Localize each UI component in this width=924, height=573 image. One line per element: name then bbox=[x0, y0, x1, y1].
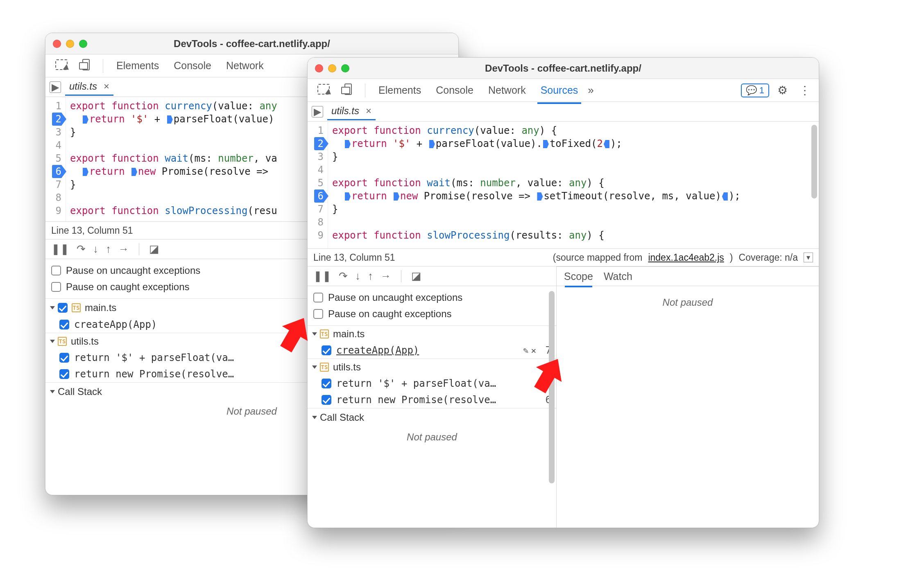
close-window-button[interactable] bbox=[315, 64, 323, 72]
tab-watch[interactable]: Watch bbox=[604, 271, 632, 282]
chevron-down-icon bbox=[312, 416, 317, 419]
tab-console[interactable]: Console bbox=[431, 82, 478, 99]
file-tab-utils[interactable]: utils.ts × bbox=[327, 103, 376, 120]
zoom-window-button[interactable] bbox=[79, 40, 87, 48]
breakpoint-item[interactable]: createApp(App)✎×7 bbox=[308, 342, 556, 359]
step-into-icon[interactable]: ↓ bbox=[93, 243, 98, 255]
line-number[interactable]: 5 bbox=[314, 176, 324, 189]
step-icon[interactable]: → bbox=[118, 243, 129, 255]
step-out-icon[interactable]: ↑ bbox=[106, 243, 111, 255]
line-number[interactable]: 4 bbox=[52, 139, 61, 152]
code-line[interactable]: } bbox=[332, 150, 815, 163]
code-line[interactable]: return '$' + parseFloat(value).toFixed(2… bbox=[332, 137, 815, 150]
file-checkbox-icon[interactable] bbox=[58, 303, 68, 313]
pause-icon[interactable]: ❚❚ bbox=[51, 243, 69, 255]
breakpoint-checkbox-icon[interactable] bbox=[322, 345, 331, 355]
code-line[interactable]: export function slowProcessing(results: … bbox=[332, 229, 815, 242]
line-number[interactable]: 8 bbox=[314, 216, 324, 229]
device-toolbar-icon[interactable] bbox=[340, 81, 357, 100]
device-toolbar-icon[interactable] bbox=[77, 56, 95, 75]
edit-breakpoint-icon[interactable]: ✎ bbox=[523, 345, 528, 356]
line-number[interactable]: 3 bbox=[314, 150, 324, 163]
file-tab-utils[interactable]: utils.ts × bbox=[65, 78, 113, 96]
line-number[interactable]: 7 bbox=[52, 178, 61, 191]
source-map-link[interactable]: index.1ac4eab2.js bbox=[648, 252, 724, 263]
devtools-tabbar: Elements Console Network Sources » 💬 1 ⚙… bbox=[308, 79, 819, 102]
tab-scope[interactable]: Scope bbox=[564, 271, 593, 282]
deactivate-breakpoints-icon[interactable]: ◪ bbox=[149, 243, 159, 255]
line-number[interactable]: 7 bbox=[314, 203, 324, 216]
line-gutter[interactable]: 123456789 bbox=[308, 122, 328, 248]
scrollbar[interactable] bbox=[811, 125, 817, 199]
line-number[interactable]: 1 bbox=[52, 99, 61, 113]
sources-navigator-toggle-icon[interactable]: ▶ bbox=[50, 81, 61, 93]
minimize-window-button[interactable] bbox=[328, 64, 336, 72]
line-gutter[interactable]: 123456789 bbox=[45, 97, 66, 221]
close-file-tab-icon[interactable]: × bbox=[101, 81, 112, 92]
coverage-dropdown-icon[interactable]: ▾ bbox=[804, 253, 813, 262]
line-number[interactable]: 4 bbox=[314, 163, 324, 176]
remove-breakpoint-icon[interactable]: × bbox=[531, 345, 536, 356]
tab-sources[interactable]: Sources bbox=[536, 82, 583, 99]
close-file-tab-icon[interactable]: × bbox=[363, 105, 374, 117]
inspect-element-icon[interactable] bbox=[50, 57, 72, 75]
pause-uncaught-checkbox[interactable]: Pause on uncaught exceptions bbox=[313, 289, 550, 306]
tab-elements[interactable]: Elements bbox=[374, 82, 426, 99]
breakpoint-item[interactable]: return new Promise(resolve…6 bbox=[308, 392, 556, 408]
tab-console[interactable]: Console bbox=[169, 57, 216, 74]
issues-badge[interactable]: 💬 1 bbox=[741, 83, 769, 97]
coverage-label: Coverage: n/a bbox=[739, 252, 798, 263]
settings-gear-icon[interactable]: ⚙ bbox=[774, 82, 791, 99]
checkbox-icon bbox=[313, 309, 323, 319]
breakpoint-checkbox-icon[interactable] bbox=[322, 379, 331, 388]
code-line[interactable] bbox=[332, 216, 815, 229]
kebab-menu-icon[interactable]: ⋮ bbox=[796, 82, 814, 99]
code-line[interactable] bbox=[332, 163, 815, 176]
line-number[interactable]: 1 bbox=[314, 124, 324, 137]
step-icon[interactable]: → bbox=[380, 270, 391, 282]
line-number[interactable]: 2 bbox=[52, 113, 61, 126]
code-line[interactable]: } bbox=[332, 203, 815, 216]
pause-caught-checkbox[interactable]: Pause on caught exceptions bbox=[313, 306, 550, 322]
sources-navigator-toggle-icon[interactable]: ▶ bbox=[312, 106, 323, 117]
code-line[interactable]: export function wait(ms: number, value: … bbox=[332, 176, 815, 189]
line-number[interactable]: 8 bbox=[52, 191, 61, 204]
inspect-element-icon[interactable] bbox=[313, 81, 335, 99]
line-number[interactable]: 3 bbox=[52, 126, 61, 139]
breakpoint-checkbox-icon[interactable] bbox=[59, 320, 69, 329]
breakpoint-file-name: main.ts bbox=[85, 302, 116, 314]
more-tabs-icon[interactable]: » bbox=[588, 84, 593, 97]
titlebar: DevTools - coffee-cart.netlify.app/ bbox=[45, 33, 458, 54]
code-lines[interactable]: export function currency(value: any) { r… bbox=[328, 122, 819, 248]
deactivate-breakpoints-icon[interactable]: ◪ bbox=[411, 270, 421, 282]
zoom-window-button[interactable] bbox=[341, 64, 349, 72]
line-number[interactable]: 5 bbox=[52, 152, 61, 165]
tab-elements[interactable]: Elements bbox=[111, 57, 164, 74]
breakpoint-file-header[interactable]: TSmain.ts bbox=[308, 325, 556, 342]
code-line[interactable]: return new Promise(resolve => setTimeout… bbox=[332, 189, 815, 203]
line-number[interactable]: 6 bbox=[314, 189, 324, 203]
minimize-window-button[interactable] bbox=[66, 40, 74, 48]
line-number[interactable]: 6 bbox=[52, 165, 61, 178]
step-into-icon[interactable]: ↓ bbox=[355, 270, 360, 282]
callstack-header[interactable]: Call Stack bbox=[308, 408, 556, 426]
pause-icon[interactable]: ❚❚ bbox=[313, 270, 331, 282]
breakpoint-file-header[interactable]: TSutils.ts bbox=[308, 359, 556, 375]
breakpoint-checkbox-icon[interactable] bbox=[59, 353, 69, 363]
tab-network[interactable]: Network bbox=[221, 57, 269, 74]
close-window-button[interactable] bbox=[53, 40, 61, 48]
code-line[interactable]: export function currency(value: any) { bbox=[332, 124, 815, 137]
chevron-down-icon bbox=[312, 365, 317, 369]
breakpoint-checkbox-icon[interactable] bbox=[59, 369, 69, 379]
step-over-icon[interactable]: ↷ bbox=[339, 270, 348, 282]
code-editor[interactable]: 123456789 export function currency(value… bbox=[308, 122, 819, 248]
step-out-icon[interactable]: ↑ bbox=[368, 270, 373, 282]
breakpoint-item[interactable]: return '$' + parseFloat(va…2 bbox=[308, 375, 556, 392]
line-number[interactable]: 9 bbox=[314, 229, 324, 242]
source-map-suffix: ) bbox=[730, 252, 733, 263]
breakpoint-checkbox-icon[interactable] bbox=[322, 395, 331, 405]
tab-network[interactable]: Network bbox=[483, 82, 531, 99]
line-number[interactable]: 2 bbox=[314, 137, 324, 150]
step-over-icon[interactable]: ↷ bbox=[77, 243, 86, 255]
line-number[interactable]: 9 bbox=[52, 204, 61, 217]
